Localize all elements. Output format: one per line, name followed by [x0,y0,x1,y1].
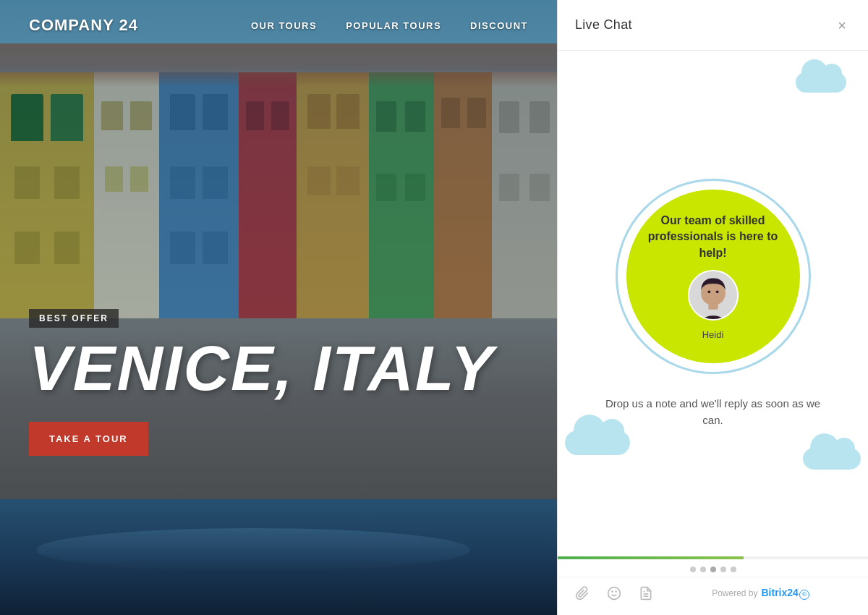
best-offer-badge: BEST OFFER [29,309,119,328]
cloud-decoration-bottom-left [565,430,630,455]
chat-header: Live Chat × [558,0,868,51]
progress-bar [558,556,868,559]
chat-title: Live Chat [575,17,632,33]
dot-2[interactable] [700,567,706,572]
take-tour-button[interactable]: TAKE A TOUR [29,422,148,456]
cloud-decoration-bottom-right [803,448,861,470]
cloud-decoration-top [796,72,846,93]
dot-1[interactable] [690,567,696,572]
dot-5[interactable] [731,567,736,572]
hero-title: VENICE, ITALY [29,336,495,400]
dark-overlay [0,0,557,615]
progress-fill [558,556,744,559]
close-chat-button[interactable]: × [833,17,851,34]
svg-point-4 [707,290,710,293]
reply-text: Drop us a note and we'll reply as soon a… [572,396,854,428]
nav-links: OUR TOURS POPULAR TOURS DISCOUNT [251,19,528,32]
bitrix24-brand[interactable]: Bitrix24© [762,587,809,600]
svg-point-1 [696,315,730,319]
agent-circle-outer: Our team of skilled professionals is her… [616,179,811,374]
nav-popular-tours[interactable]: POPULAR TOURS [346,20,441,31]
chat-input-bar: Powered by Bitrix24© [558,577,868,615]
nav-discount[interactable]: DISCOUNT [470,20,528,31]
chat-panel: Live Chat × Our team of skilled professi… [557,0,868,615]
chat-body: Our team of skilled professionals is her… [558,51,868,556]
powered-by-text: Powered by [712,588,757,598]
agent-message: Our team of skilled professionals is her… [626,213,800,261]
agent-name: Heidi [702,329,724,340]
agent-avatar [688,270,739,321]
website-panel: COMPANY 24 OUR TOURS POPULAR TOURS DISCO… [0,0,557,615]
dot-4[interactable] [720,567,726,572]
emoji-button[interactable] [604,583,624,603]
nav-our-tours[interactable]: OUR TOURS [251,20,317,31]
svg-point-5 [715,290,718,293]
main-nav: COMPANY 24 OUR TOURS POPULAR TOURS DISCO… [0,0,557,51]
chat-footer: Powered by Bitrix24© [558,556,868,615]
dot-3[interactable] [710,567,716,572]
agent-circle-inner: Our team of skilled professionals is her… [626,190,800,363]
file-button[interactable] [636,583,656,603]
chat-dots [558,559,868,577]
svg-point-6 [608,588,621,600]
attachment-button[interactable] [572,583,592,603]
hero-content: BEST OFFER VENICE, ITALY TAKE A TOUR [29,309,495,456]
powered-by: Powered by Bitrix24© [668,587,854,600]
company-logo: COMPANY 24 [29,16,138,35]
